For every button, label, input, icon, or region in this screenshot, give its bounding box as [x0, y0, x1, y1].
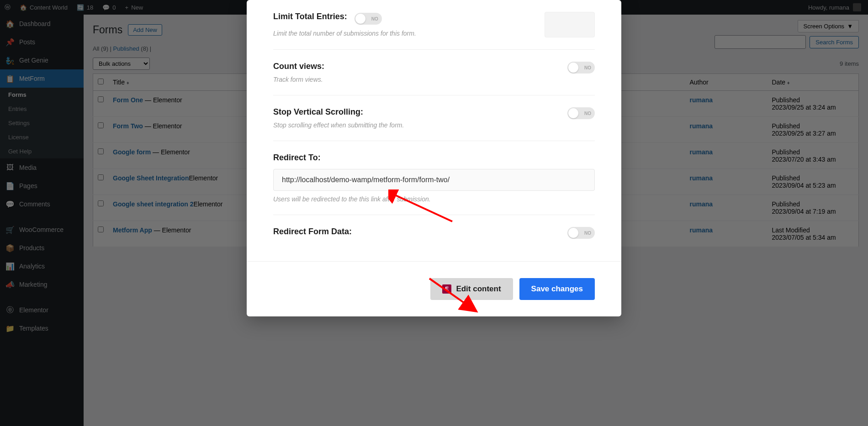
- redirect-data-toggle[interactable]: NO: [567, 227, 595, 239]
- limit-entries-toggle[interactable]: NO: [355, 13, 382, 25]
- limit-entries-box[interactable]: [545, 12, 595, 37]
- save-changes-button[interactable]: Save changes: [519, 278, 595, 300]
- redirect-to-help: Users will be redirected to the this lin…: [273, 195, 595, 203]
- redirect-data-label: Redirect Form Data:: [273, 227, 567, 237]
- stop-scroll-help: Stop scrolling effect when submitting th…: [273, 121, 567, 129]
- limit-entries-label: Limit Total Entries:: [273, 12, 347, 21]
- stop-scroll-toggle[interactable]: NO: [567, 107, 595, 119]
- elementor-logo-icon: E: [442, 284, 451, 294]
- edit-content-button[interactable]: E Edit content: [430, 278, 513, 300]
- form-settings-modal: Limit Total Entries: NO Limit the total …: [247, 0, 621, 316]
- redirect-to-input[interactable]: [273, 169, 595, 191]
- redirect-to-label: Redirect To:: [273, 153, 595, 163]
- count-views-label: Count views:: [273, 62, 567, 71]
- count-views-help: Track form views.: [273, 76, 567, 83]
- stop-scroll-label: Stop Vertical Scrolling:: [273, 107, 567, 117]
- count-views-toggle[interactable]: NO: [567, 62, 595, 74]
- limit-entries-help: Limit the total number of submissions fo…: [273, 30, 545, 37]
